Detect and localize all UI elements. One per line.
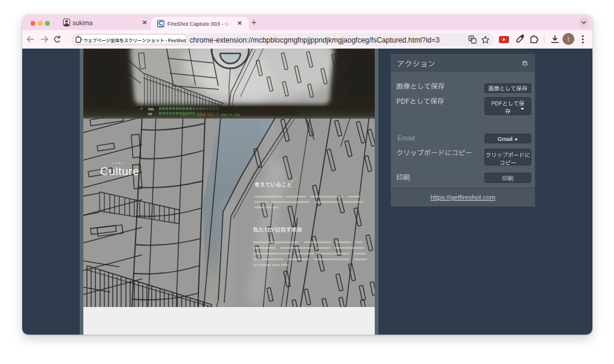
svg-text:CH1: CH1 [148,107,155,112]
svg-text:00: 00 [148,112,152,116]
svg-text:Culture: Culture [100,165,139,178]
svg-text:✦: ✦ [291,179,294,183]
svg-text:✦: ✦ [294,177,297,180]
svg-text:[ aud ]: [ aud ] [112,161,124,164]
